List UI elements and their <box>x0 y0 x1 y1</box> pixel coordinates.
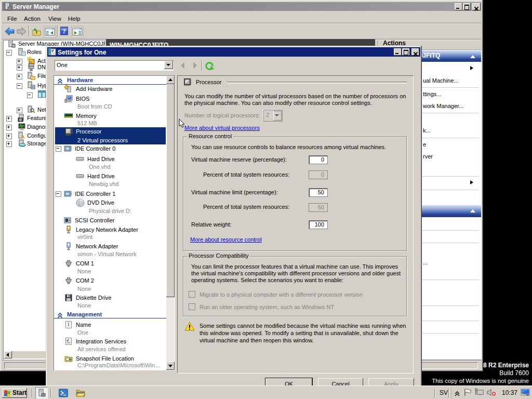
svg-text:?: ? <box>62 27 66 35</box>
svg-text:I: I <box>68 322 69 327</box>
